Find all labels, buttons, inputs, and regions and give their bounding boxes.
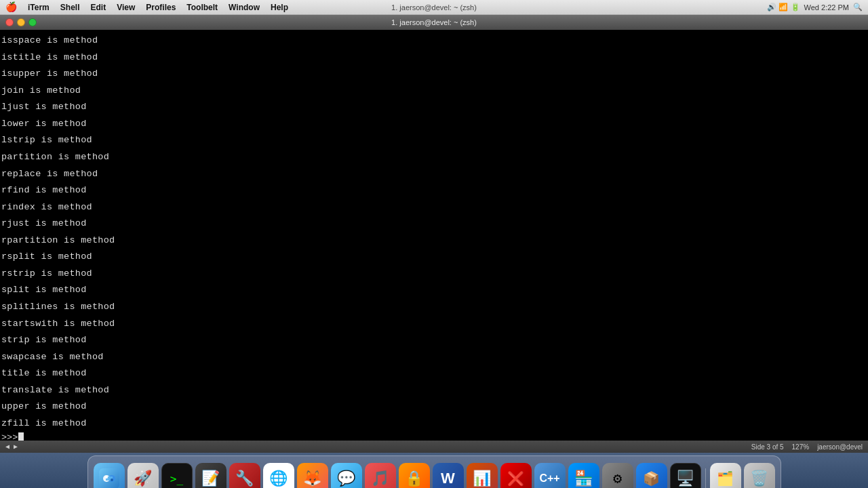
svg-point-5 (111, 479, 113, 481)
dock-area: 🚀 >_ 📝 🔧 🌐 🦊 💬 🎵 🔒 (0, 453, 868, 488)
maximize-button[interactable] (28, 18, 37, 26)
terminal-line-20: title is method (1, 365, 867, 382)
terminal-line-14: rstrip is method (1, 266, 867, 283)
menubar-icons: 🔊 📶 🔋 (767, 3, 800, 12)
close-button[interactable] (5, 18, 14, 26)
dock-icon-itunes[interactable]: 🎵 (365, 463, 396, 488)
dock-icon-word[interactable]: W (433, 463, 464, 488)
menu-view[interactable]: View (113, 3, 139, 12)
window-titlebar: 1. jaerson@devel: ~ (zsh) (0, 15, 868, 30)
terminal-line-17: startswith is method (1, 316, 867, 333)
statusbar-page-info: Side 3 of 5 (751, 443, 784, 451)
dock-icon-xmind[interactable]: ❌ (500, 463, 532, 488)
menubar: 🍎 iTerm Shell Edit View Profiles Toolbel… (0, 0, 868, 15)
dock-icon-firefox[interactable]: 🦊 (297, 463, 328, 488)
statusbar-left: ◀ ▶ (5, 443, 18, 451)
terminal-line-21: translate is method (1, 382, 867, 399)
terminal-line-1: istitle is method (1, 49, 867, 66)
menu-shell[interactable]: Shell (56, 3, 84, 12)
minimize-button[interactable] (17, 18, 25, 26)
dock-icon-launchpad[interactable]: 🚀 (127, 463, 159, 488)
dock-icon-powerpoint[interactable]: 📊 (467, 463, 498, 488)
terminal-line-10: rindex is method (1, 199, 867, 216)
dock-icon-sublime[interactable]: 📝 (195, 463, 226, 488)
dock-icon-messages[interactable]: 💬 (331, 463, 362, 488)
terminal-content[interactable]: isspace is method istitle is method isup… (0, 30, 868, 441)
statusbar: ◀ ▶ Side 3 of 5 127% jaerson@devel (0, 441, 868, 453)
statusbar-nav-arrows[interactable]: ◀ ▶ (5, 443, 18, 451)
terminal-line-12: rpartition is method (1, 232, 867, 249)
terminal-line-13: rsplit is method (1, 249, 867, 266)
svg-point-4 (105, 476, 108, 479)
menubar-right: 🔊 📶 🔋 Wed 2:22 PM 🔍 (767, 3, 863, 12)
menubar-time: Wed 2:22 PM (804, 3, 849, 12)
dock-icon-cpp[interactable]: C++ (534, 463, 566, 488)
window-title: 1. jaerson@devel: ~ (zsh) (391, 18, 477, 26)
menubar-search-icon[interactable]: 🔍 (853, 3, 863, 12)
dock-icon-vpn[interactable]: 🔒 (399, 463, 430, 488)
statusbar-session: jaerson@devel (817, 443, 863, 451)
menubar-left: 🍎 iTerm Shell Edit View Profiles Toolbel… (5, 1, 292, 13)
menubar-center-title: 1. jaerson@devel: ~ (zsh) (391, 3, 477, 12)
menu-profiles[interactable]: Profiles (142, 3, 180, 12)
menu-toolbelt[interactable]: Toolbelt (182, 3, 222, 12)
dock-icon-system-preferences[interactable]: ⚙️ (602, 463, 633, 488)
terminal-line-2: isupper is method (1, 66, 867, 83)
dock-icon-finder[interactable] (94, 463, 125, 488)
statusbar-right: Side 3 of 5 127% jaerson@devel (751, 443, 863, 451)
menu-window[interactable]: Window (224, 3, 264, 12)
dock-icon-virtualbox[interactable]: 📦 (636, 463, 667, 488)
terminal-line-16: splitlines is method (1, 299, 867, 316)
terminal-line-0: isspace is method (1, 33, 867, 49)
terminal-line-5: lower is method (1, 116, 867, 133)
terminal-line-9: rfind is method (1, 182, 867, 199)
dock: 🚀 >_ 📝 🔧 🌐 🦊 💬 🎵 🔒 (87, 455, 781, 488)
terminal-line-15: split is method (1, 282, 867, 299)
terminal-line-8: replace is method (1, 166, 867, 183)
dock-icon-terminal[interactable]: >_ (161, 463, 193, 488)
apple-icon[interactable]: 🍎 (5, 1, 17, 13)
dock-icon-dark-app[interactable]: 🖥️ (670, 463, 701, 488)
menu-edit[interactable]: Edit (86, 3, 110, 12)
terminal-line-11: rjust is method (1, 216, 867, 232)
terminal-line-19: swapcase is method (1, 349, 867, 366)
terminal-line-6: lstrip is method (1, 132, 867, 149)
dock-icon-trash[interactable]: 🗑️ (744, 463, 775, 488)
terminal-line-4: ljust is method (1, 99, 867, 116)
prompt-line[interactable]: >>> (1, 432, 867, 441)
menu-help[interactable]: Help (267, 3, 292, 12)
terminal-line-23: zfill is method (1, 415, 867, 432)
terminal-window: 1. jaerson@devel: ~ (zsh) isspace is met… (0, 15, 868, 441)
traffic-lights (5, 18, 37, 26)
prompt-text: >>> (1, 432, 18, 441)
terminal-line-3: join is method (1, 83, 867, 100)
menu-iterm[interactable]: iTerm (24, 3, 54, 12)
dock-icon-previewer[interactable]: 🗂️ (710, 463, 741, 488)
statusbar-zoom: 127% (792, 443, 810, 451)
dock-icon-chrome[interactable]: 🌐 (263, 463, 294, 488)
cursor (18, 432, 24, 441)
terminal-line-22: upper is method (1, 399, 867, 415)
dock-icon-appstore[interactable]: 🏪 (568, 463, 599, 488)
dock-separator (705, 468, 706, 488)
terminal-line-18: strip is method (1, 332, 867, 349)
terminal-line-7: partition is method (1, 149, 867, 166)
dock-icon-red-app[interactable]: 🔧 (229, 463, 260, 488)
